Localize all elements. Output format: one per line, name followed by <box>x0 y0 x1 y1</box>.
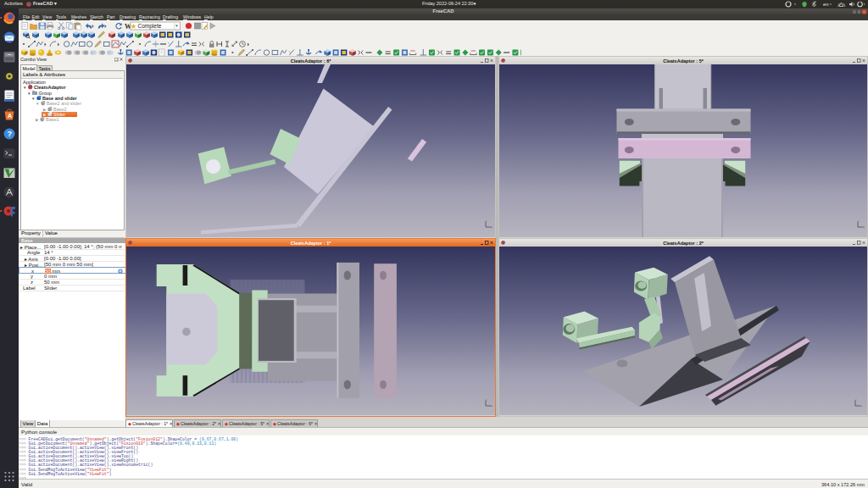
svg-text:A: A <box>8 113 12 119</box>
svg-text:en: en <box>823 2 828 7</box>
svg-text:?: ? <box>8 130 13 138</box>
svg-text:Complete: Complete <box>138 23 162 30</box>
